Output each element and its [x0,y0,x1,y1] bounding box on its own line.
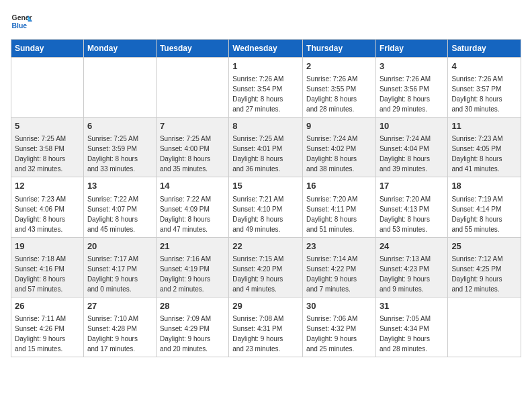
day-number: 5 [15,120,80,132]
page-header: General Blue [11,11,521,32]
weekday-header-wednesday: Wednesday [229,40,303,58]
day-number: 29 [232,300,299,312]
calendar-cell: 8Sunrise: 7:25 AM Sunset: 4:01 PM Daylig… [229,118,303,177]
calendar-cell: 22Sunrise: 7:15 AM Sunset: 4:20 PM Dayli… [229,237,303,297]
calendar-cell: 5Sunrise: 7:25 AM Sunset: 3:58 PM Daylig… [11,118,84,177]
day-info: Sunrise: 7:18 AM Sunset: 4:16 PM Dayligh… [15,255,66,293]
day-number: 16 [306,180,372,192]
calendar-cell: 27Sunrise: 7:10 AM Sunset: 4:28 PM Dayli… [83,297,156,357]
day-number: 3 [380,60,444,73]
calendar-cell [83,58,156,118]
calendar-cell: 24Sunrise: 7:13 AM Sunset: 4:23 PM Dayli… [375,237,447,297]
day-number: 8 [232,120,299,132]
day-number: 25 [451,240,517,253]
calendar-cell: 11Sunrise: 7:23 AM Sunset: 4:05 PM Dayli… [448,118,521,177]
day-info: Sunrise: 7:12 AM Sunset: 4:25 PM Dayligh… [451,255,502,293]
day-number: 18 [451,180,517,192]
day-number: 6 [87,120,152,132]
calendar-cell: 7Sunrise: 7:25 AM Sunset: 4:00 PM Daylig… [156,118,228,177]
day-info: Sunrise: 7:16 AM Sunset: 4:19 PM Dayligh… [160,255,211,293]
day-info: Sunrise: 7:22 AM Sunset: 4:09 PM Dayligh… [160,195,211,233]
day-number: 20 [87,240,152,253]
weekday-header-tuesday: Tuesday [156,40,228,58]
day-info: Sunrise: 7:17 AM Sunset: 4:17 PM Dayligh… [87,255,138,293]
calendar-cell: 10Sunrise: 7:24 AM Sunset: 4:04 PM Dayli… [375,118,447,177]
day-number: 30 [306,300,372,312]
day-info: Sunrise: 7:20 AM Sunset: 4:13 PM Dayligh… [380,195,431,233]
day-number: 11 [451,120,517,132]
calendar-cell: 13Sunrise: 7:22 AM Sunset: 4:07 PM Dayli… [83,177,156,237]
day-info: Sunrise: 7:23 AM Sunset: 4:06 PM Dayligh… [15,195,66,233]
day-info: Sunrise: 7:26 AM Sunset: 3:57 PM Dayligh… [451,75,502,113]
day-number: 27 [87,300,152,312]
day-info: Sunrise: 7:25 AM Sunset: 4:01 PM Dayligh… [232,135,283,173]
calendar-cell: 16Sunrise: 7:20 AM Sunset: 4:11 PM Dayli… [303,177,376,237]
weekday-header-thursday: Thursday [303,40,376,58]
day-number: 22 [232,240,299,253]
day-number: 1 [232,60,299,73]
weekday-header-saturday: Saturday [448,40,521,58]
day-info: Sunrise: 7:24 AM Sunset: 4:02 PM Dayligh… [306,135,357,173]
calendar-week-row: 19Sunrise: 7:18 AM Sunset: 4:16 PM Dayli… [11,237,521,297]
calendar-cell: 15Sunrise: 7:21 AM Sunset: 4:10 PM Dayli… [229,177,303,237]
day-number: 23 [306,240,372,253]
weekday-header-row: SundayMondayTuesdayWednesdayThursdayFrid… [11,40,521,58]
calendar-cell [156,58,228,118]
day-info: Sunrise: 7:21 AM Sunset: 4:10 PM Dayligh… [232,195,283,233]
day-info: Sunrise: 7:14 AM Sunset: 4:22 PM Dayligh… [306,255,357,293]
weekday-header-sunday: Sunday [11,40,84,58]
calendar-cell: 25Sunrise: 7:12 AM Sunset: 4:25 PM Dayli… [448,237,521,297]
day-info: Sunrise: 7:15 AM Sunset: 4:20 PM Dayligh… [232,255,283,293]
calendar-cell: 2Sunrise: 7:26 AM Sunset: 3:55 PM Daylig… [303,58,376,118]
calendar-cell: 6Sunrise: 7:25 AM Sunset: 3:59 PM Daylig… [83,118,156,177]
logo: General Blue [11,11,32,32]
svg-text:Blue: Blue [12,22,28,30]
day-number: 12 [15,180,80,192]
day-info: Sunrise: 7:19 AM Sunset: 4:14 PM Dayligh… [451,195,502,233]
day-number: 21 [160,240,225,253]
day-number: 4 [451,60,517,73]
logo-icon: General Blue [11,11,32,32]
calendar-cell: 18Sunrise: 7:19 AM Sunset: 4:14 PM Dayli… [448,177,521,237]
day-info: Sunrise: 7:24 AM Sunset: 4:04 PM Dayligh… [380,135,431,173]
day-info: Sunrise: 7:08 AM Sunset: 4:31 PM Dayligh… [232,315,283,353]
day-info: Sunrise: 7:11 AM Sunset: 4:26 PM Dayligh… [15,315,66,353]
day-info: Sunrise: 7:25 AM Sunset: 3:58 PM Dayligh… [15,135,66,173]
day-info: Sunrise: 7:13 AM Sunset: 4:23 PM Dayligh… [380,255,431,293]
day-number: 2 [306,60,372,73]
calendar-cell: 12Sunrise: 7:23 AM Sunset: 4:06 PM Dayli… [11,177,84,237]
calendar-cell [448,297,521,357]
day-info: Sunrise: 7:25 AM Sunset: 4:00 PM Dayligh… [160,135,211,173]
calendar-cell: 14Sunrise: 7:22 AM Sunset: 4:09 PM Dayli… [156,177,228,237]
calendar-cell: 31Sunrise: 7:05 AM Sunset: 4:34 PM Dayli… [375,297,447,357]
day-number: 28 [160,300,225,312]
weekday-header-friday: Friday [375,40,447,58]
weekday-header-monday: Monday [83,40,156,58]
day-number: 13 [87,180,152,192]
day-info: Sunrise: 7:25 AM Sunset: 3:59 PM Dayligh… [87,135,138,173]
calendar-table: SundayMondayTuesdayWednesdayThursdayFrid… [11,39,521,357]
day-info: Sunrise: 7:26 AM Sunset: 3:54 PM Dayligh… [232,75,283,113]
day-info: Sunrise: 7:10 AM Sunset: 4:28 PM Dayligh… [87,315,138,353]
day-info: Sunrise: 7:20 AM Sunset: 4:11 PM Dayligh… [306,195,357,233]
calendar-week-row: 5Sunrise: 7:25 AM Sunset: 3:58 PM Daylig… [11,118,521,177]
day-info: Sunrise: 7:09 AM Sunset: 4:29 PM Dayligh… [160,315,211,353]
calendar-cell: 20Sunrise: 7:17 AM Sunset: 4:17 PM Dayli… [83,237,156,297]
day-info: Sunrise: 7:05 AM Sunset: 4:34 PM Dayligh… [380,315,431,353]
calendar-cell: 28Sunrise: 7:09 AM Sunset: 4:29 PM Dayli… [156,297,228,357]
day-number: 19 [15,240,80,253]
day-number: 15 [232,180,299,192]
day-info: Sunrise: 7:06 AM Sunset: 4:32 PM Dayligh… [306,315,357,353]
day-info: Sunrise: 7:26 AM Sunset: 3:55 PM Dayligh… [306,75,357,113]
day-info: Sunrise: 7:23 AM Sunset: 4:05 PM Dayligh… [451,135,502,173]
calendar-cell: 4Sunrise: 7:26 AM Sunset: 3:57 PM Daylig… [448,58,521,118]
day-number: 14 [160,180,225,192]
day-number: 31 [380,300,444,312]
calendar-cell: 9Sunrise: 7:24 AM Sunset: 4:02 PM Daylig… [303,118,376,177]
day-number: 17 [380,180,444,192]
day-info: Sunrise: 7:26 AM Sunset: 3:56 PM Dayligh… [380,75,431,113]
calendar-cell: 30Sunrise: 7:06 AM Sunset: 4:32 PM Dayli… [303,297,376,357]
calendar-week-row: 26Sunrise: 7:11 AM Sunset: 4:26 PM Dayli… [11,297,521,357]
calendar-cell: 19Sunrise: 7:18 AM Sunset: 4:16 PM Dayli… [11,237,84,297]
calendar-cell [11,58,84,118]
